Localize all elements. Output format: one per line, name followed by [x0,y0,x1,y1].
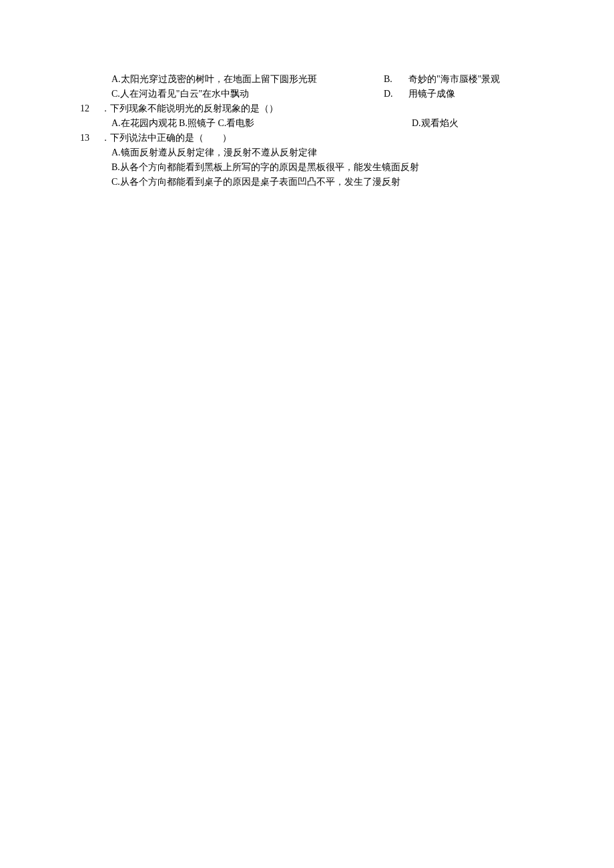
q13-option-b-line: B.从各个方向都能看到黑板上所写的字的原因是黑板很平，能发生镜面反射 [0,160,614,175]
q13-number: 13 [80,131,89,145]
q11-option-d-label: D. [384,87,393,101]
q12-number: 12 [80,101,89,115]
q11-option-b-label: B. [384,72,392,86]
q13-stem-line: 13 ．下列说法中正确的是（ ） [0,131,614,145]
q13-option-a-line: A.镜面反射遵从反射定律，漫反射不遵从反射定律 [0,145,614,160]
q11-option-b-text: 奇妙的"海市蜃楼"景观 [408,72,500,86]
q11-option-a: A.太阳光穿过茂密的树叶，在地面上留下圆形光斑 [0,72,317,86]
q11-option-d-text: 用镜子成像 [408,87,455,101]
q12-options-abc: A.在花园内观花 B.照镜子 C.看电影 [111,116,254,130]
q12-option-d: D.观看焰火 [412,116,458,130]
q13-option-b: B.从各个方向都能看到黑板上所写的字的原因是黑板很平，能发生镜面反射 [111,160,419,174]
q13-option-a: A.镜面反射遵从反射定律，漫反射不遵从反射定律 [111,145,317,159]
q13-option-c-line: C.从各个方向都能看到桌子的原因是桌子表面凹凸不平，发生了漫反射 [0,175,614,189]
document-page: A.太阳光穿过茂密的树叶，在地面上留下圆形光斑 B. 奇妙的"海市蜃楼"景观 C… [0,0,614,189]
q12-options-line: A.在花园内观花 B.照镜子 C.看电影 D.观看焰火 [0,116,614,131]
q12-stem: ．下列现象不能说明光的反射现象的是（） [101,101,278,115]
q11-option-c: C.人在河边看见"白云"在水中飘动 [0,87,249,101]
q11-row-ab: A.太阳光穿过茂密的树叶，在地面上留下圆形光斑 B. 奇妙的"海市蜃楼"景观 [0,72,614,87]
q11-row-cd: C.人在河边看见"白云"在水中飘动 D. 用镜子成像 [0,87,614,101]
q13-stem: ．下列说法中正确的是（ ） [101,131,232,145]
q12-stem-line: 12 ．下列现象不能说明光的反射现象的是（） [0,101,614,116]
q13-option-c: C.从各个方向都能看到桌子的原因是桌子表面凹凸不平，发生了漫反射 [111,175,400,189]
